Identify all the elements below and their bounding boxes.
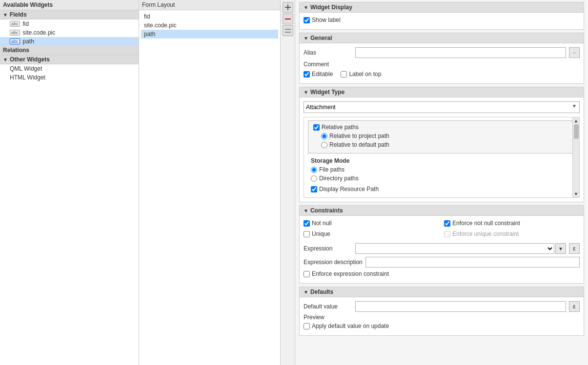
display-resource-checkbox[interactable] xyxy=(311,186,317,192)
unique-label[interactable]: Unique xyxy=(312,231,330,237)
expression-label: Expression xyxy=(304,245,352,252)
editable-checkbox[interactable] xyxy=(304,71,310,77)
label-on-top-label[interactable]: Label on top xyxy=(349,71,381,77)
enforce-expression-row: Enforce expression constraint xyxy=(304,270,580,277)
display-resource-label[interactable]: Display Resource Path xyxy=(319,186,379,192)
expression-select[interactable] xyxy=(355,243,554,254)
widget-type-arrow: ▼ xyxy=(304,90,308,95)
relative-project-radio[interactable] xyxy=(321,133,327,139)
fields-group-label: Fields xyxy=(10,11,27,18)
widget-display-body: Show label xyxy=(300,13,584,29)
widget-type-scroll-area: Relative paths Relative to project path … xyxy=(304,117,580,198)
field-item-fid[interactable]: abc fid xyxy=(0,19,139,28)
toolbar-strip xyxy=(281,0,295,365)
relative-project-label[interactable]: Relative to project path xyxy=(329,133,389,139)
enforce-expression-checkbox[interactable] xyxy=(304,271,310,277)
html-widget-item[interactable]: HTML Widget xyxy=(0,73,139,82)
directory-paths-label[interactable]: Directory paths xyxy=(319,175,359,182)
widget-type-title[interactable]: ▼ Widget Type xyxy=(300,87,584,97)
label-on-top-checkbox[interactable] xyxy=(341,71,347,77)
enforce-unique-row: Enforce unique constraint xyxy=(444,231,580,237)
relative-paths-checkbox[interactable] xyxy=(313,124,320,131)
alias-extra-btn[interactable]: ··· xyxy=(569,47,580,58)
form-item-fid[interactable]: fid xyxy=(141,12,278,21)
editable-label[interactable]: Editable xyxy=(312,71,333,77)
not-null-label[interactable]: Not null xyxy=(312,220,332,227)
scroll-down-arrow[interactable]: ▼ xyxy=(574,192,578,196)
file-paths-row: File paths xyxy=(311,166,572,173)
add-button[interactable] xyxy=(283,2,293,13)
html-widget-label: HTML Widget xyxy=(10,74,45,81)
enforce-unique-checkbox[interactable] xyxy=(444,231,450,237)
path-label: path xyxy=(23,38,34,45)
relative-default-label[interactable]: Relative to default path xyxy=(329,141,389,148)
scroll-up-arrow[interactable]: ▲ xyxy=(574,118,578,123)
other-widgets-group[interactable]: Other Widgets xyxy=(0,55,139,64)
constraints-title[interactable]: ▼ Constraints xyxy=(300,206,584,216)
enforce-not-null-checkbox[interactable] xyxy=(444,220,450,227)
default-value-input[interactable] xyxy=(355,301,566,312)
not-null-checkbox[interactable] xyxy=(304,220,310,227)
fields-group[interactable]: Fields xyxy=(0,10,139,19)
field-item-path[interactable]: abc path xyxy=(0,37,139,46)
qml-widget-item[interactable]: QML Widget xyxy=(0,64,139,73)
constraints-section: ▼ Constraints Not null Enforce not null … xyxy=(299,205,584,284)
show-label-row: Show label xyxy=(304,17,580,23)
directory-paths-radio[interactable] xyxy=(311,175,317,182)
defaults-arrow: ▼ xyxy=(304,289,308,295)
other-widgets-group-label: Other Widgets xyxy=(10,56,50,63)
show-label-checkbox[interactable] xyxy=(304,17,310,23)
relations-group[interactable]: Relations xyxy=(0,46,139,55)
show-label-text[interactable]: Show label xyxy=(312,17,341,23)
enforce-not-null-label[interactable]: Enforce not null constraint xyxy=(452,220,520,227)
comment-label: Comment xyxy=(304,61,352,68)
widget-display-title[interactable]: ▼ Widget Display xyxy=(300,2,584,13)
widget-display-section: ▼ Widget Display Show label xyxy=(299,2,584,30)
expression-dropdown-btn[interactable]: ▼ xyxy=(555,243,566,254)
apply-on-update-checkbox[interactable] xyxy=(304,323,310,329)
defaults-body: Default value ε Preview Apply default va… xyxy=(300,297,584,335)
enforce-expression-label[interactable]: Enforce expression constraint xyxy=(312,270,389,277)
site-code-pic-label: site.code.pic xyxy=(23,29,56,36)
expression-desc-input[interactable] xyxy=(365,257,580,268)
scroll-indicator[interactable]: ▲ ▼ xyxy=(572,117,579,197)
move-button[interactable] xyxy=(283,25,293,36)
apply-on-update-label[interactable]: Apply default value on update xyxy=(312,323,389,329)
relative-paths-label[interactable]: Relative paths xyxy=(322,124,359,131)
file-paths-label[interactable]: File paths xyxy=(319,166,345,173)
expression-epsilon-btn[interactable]: ε xyxy=(569,243,580,254)
constraints-arrow: ▼ xyxy=(304,208,308,213)
form-layout-items: fid site.code.pic path xyxy=(139,10,280,365)
svg-rect-1 xyxy=(285,7,291,8)
widget-type-dropdown[interactable]: Attachment Text Edit Spin Box xyxy=(304,101,580,113)
file-paths-radio[interactable] xyxy=(311,167,317,173)
enforce-unique-label[interactable]: Enforce unique constraint xyxy=(452,231,519,237)
expression-combo: ▼ xyxy=(355,243,566,254)
alias-input[interactable] xyxy=(355,47,566,58)
unique-checkbox[interactable] xyxy=(304,231,310,237)
defaults-section: ▼ Defaults Default value ε Preview Apply… xyxy=(299,287,584,336)
available-widgets-title: Available Widgets xyxy=(0,0,139,10)
relative-project-path-row: Relative to project path xyxy=(321,133,570,139)
relative-paths-options: Relative to project path Relative to def… xyxy=(313,133,570,148)
default-value-epsilon-btn[interactable]: ε xyxy=(569,301,580,312)
defaults-label: Defaults xyxy=(310,288,333,295)
form-item-path-label: path xyxy=(144,31,155,38)
constraints-grid: Not null Enforce not null constraint Uni… xyxy=(304,220,580,239)
editable-row: Editable Label on top xyxy=(304,71,580,77)
unique-row: Unique xyxy=(304,231,439,237)
storage-mode-box: Storage Mode File paths Directory paths xyxy=(308,157,575,182)
defaults-title[interactable]: ▼ Defaults xyxy=(300,287,584,297)
form-item-path[interactable]: path xyxy=(141,30,278,38)
svg-rect-4 xyxy=(285,32,291,33)
remove-button[interactable] xyxy=(283,14,293,24)
general-body: Alias ··· Comment Editable Label on top xyxy=(300,43,584,83)
comment-row: Comment xyxy=(304,61,580,68)
default-value-row: Default value ε xyxy=(304,301,580,312)
field-item-site-code-pic[interactable]: abc site.code.pic xyxy=(0,28,139,37)
general-title[interactable]: ▼ General xyxy=(300,33,584,43)
form-item-site-code-pic[interactable]: site.code.pic xyxy=(141,21,278,30)
widget-type-body: Attachment Text Edit Spin Box Relative p… xyxy=(300,97,584,202)
relative-default-radio[interactable] xyxy=(321,142,327,148)
widget-type-label: Widget Type xyxy=(310,89,345,96)
